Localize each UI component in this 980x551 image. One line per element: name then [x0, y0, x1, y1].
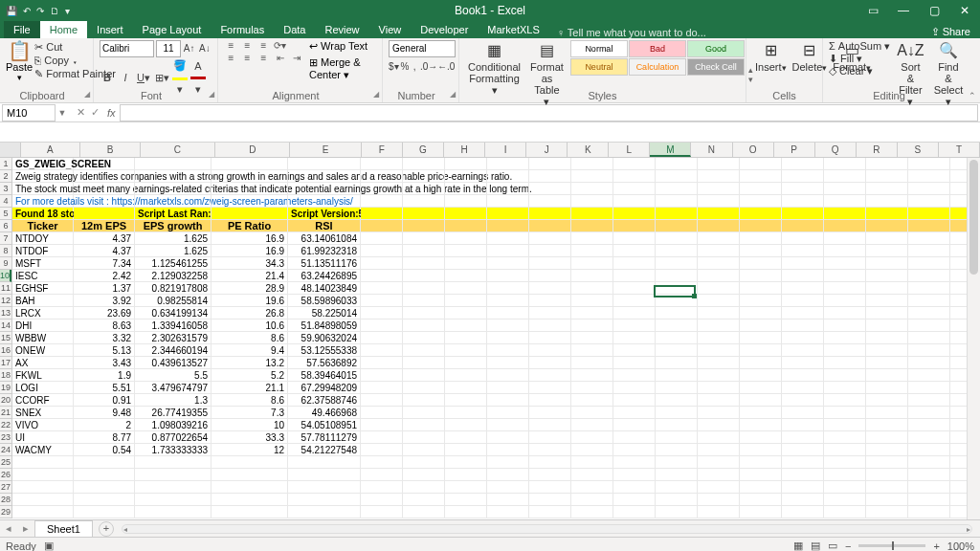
cell[interactable]: [824, 407, 866, 418]
cell[interactable]: [866, 183, 908, 194]
cell[interactable]: [740, 158, 782, 169]
cell[interactable]: 62.37588746: [288, 394, 361, 406]
cell[interactable]: [212, 183, 288, 194]
cell[interactable]: [361, 481, 403, 493]
row-header[interactable]: 29: [0, 506, 11, 518]
wrap-text-button[interactable]: ↩ Wrap Text: [309, 40, 376, 53]
cell[interactable]: [445, 506, 487, 518]
cell[interactable]: [740, 245, 782, 256]
cell[interactable]: [656, 158, 698, 169]
cell[interactable]: [12, 494, 74, 505]
cell[interactable]: [529, 245, 571, 256]
cell[interactable]: [487, 158, 529, 169]
cell[interactable]: [740, 407, 782, 418]
cell[interactable]: 3.43: [74, 357, 135, 368]
cell[interactable]: EPS growth▾: [135, 220, 212, 231]
cell[interactable]: [361, 456, 403, 468]
cell[interactable]: [212, 469, 288, 480]
cell[interactable]: [866, 382, 908, 393]
cell[interactable]: [571, 170, 613, 182]
cell[interactable]: [403, 257, 445, 269]
cell[interactable]: [698, 170, 740, 182]
cell[interactable]: [571, 245, 613, 256]
cell[interactable]: 1.37: [74, 282, 135, 294]
cell[interactable]: [529, 419, 571, 430]
cell[interactable]: 0.54: [74, 444, 135, 455]
cell[interactable]: [908, 307, 950, 319]
cell[interactable]: [740, 357, 782, 368]
cell[interactable]: [613, 394, 656, 406]
tab-developer[interactable]: Developer: [411, 21, 478, 38]
cell[interactable]: IESC: [12, 270, 74, 281]
cell[interactable]: [824, 419, 866, 430]
cell[interactable]: 4.37: [74, 245, 135, 256]
cell[interactable]: 16.9: [212, 232, 288, 244]
cell[interactable]: [740, 494, 782, 505]
macro-record-icon[interactable]: ▣: [44, 540, 54, 551]
cell[interactable]: 63.14061084: [288, 232, 361, 244]
cell[interactable]: 3.479674797: [135, 382, 212, 393]
cell[interactable]: [288, 195, 361, 207]
cell[interactable]: [361, 158, 403, 169]
cell[interactable]: For more details visit : https://marketx…: [12, 195, 74, 207]
cell[interactable]: 34.3: [212, 257, 288, 269]
cell[interactable]: [866, 444, 908, 455]
cell[interactable]: [656, 357, 698, 368]
cell[interactable]: [135, 170, 212, 182]
cell[interactable]: 1.339416058: [135, 320, 212, 331]
redo-icon[interactable]: ↷: [36, 6, 44, 16]
decrease-indent-icon[interactable]: ⇤: [273, 53, 287, 63]
clear-button[interactable]: ◇ Clear ▾: [829, 65, 890, 77]
cell[interactable]: [613, 357, 656, 368]
cell[interactable]: [487, 282, 529, 294]
cell[interactable]: 9.4: [212, 344, 288, 356]
cell[interactable]: 53.12555338: [288, 344, 361, 356]
cell[interactable]: [824, 369, 866, 381]
cell[interactable]: 67.29948209: [288, 382, 361, 393]
cell[interactable]: [288, 494, 361, 505]
cell[interactable]: [613, 232, 656, 244]
cell[interactable]: [135, 481, 212, 493]
cell[interactable]: [403, 506, 445, 518]
cell[interactable]: [656, 382, 698, 393]
align-left-icon[interactable]: ≡: [224, 53, 238, 63]
cell[interactable]: [782, 369, 824, 381]
cell[interactable]: [698, 357, 740, 368]
cell[interactable]: [613, 245, 656, 256]
cell[interactable]: 21.4: [212, 270, 288, 281]
cell[interactable]: [571, 208, 613, 219]
cell[interactable]: 1.625: [135, 232, 212, 244]
cell[interactable]: 13.2: [212, 357, 288, 368]
cell[interactable]: 2.302631579: [135, 332, 212, 343]
row-header[interactable]: 18: [0, 369, 11, 382]
cell[interactable]: [740, 382, 782, 393]
row-header[interactable]: 28: [0, 494, 11, 506]
cell[interactable]: [571, 382, 613, 393]
bold-button[interactable]: B: [100, 72, 115, 83]
cell[interactable]: [487, 344, 529, 356]
cell[interactable]: [613, 220, 656, 231]
cell[interactable]: [613, 295, 656, 306]
cell[interactable]: [361, 320, 403, 331]
row-header[interactable]: 11: [0, 282, 11, 295]
cell[interactable]: [656, 208, 698, 219]
cell[interactable]: [656, 469, 698, 480]
cell[interactable]: [361, 407, 403, 418]
cell[interactable]: [740, 394, 782, 406]
cell[interactable]: [487, 481, 529, 493]
cell[interactable]: [866, 320, 908, 331]
cell[interactable]: [613, 307, 656, 319]
cell[interactable]: [487, 506, 529, 518]
cell[interactable]: 0.91: [74, 394, 135, 406]
cell[interactable]: [908, 245, 950, 256]
cell[interactable]: [613, 282, 656, 294]
column-header[interactable]: Q: [815, 143, 857, 157]
cell[interactable]: [529, 494, 571, 505]
cell[interactable]: [487, 332, 529, 343]
cell[interactable]: [740, 208, 782, 219]
cell[interactable]: [212, 170, 288, 182]
cell[interactable]: [782, 195, 824, 207]
cell[interactable]: [445, 419, 487, 430]
cell[interactable]: 12m EPS▾: [74, 220, 135, 231]
cell[interactable]: 8.6: [212, 332, 288, 343]
